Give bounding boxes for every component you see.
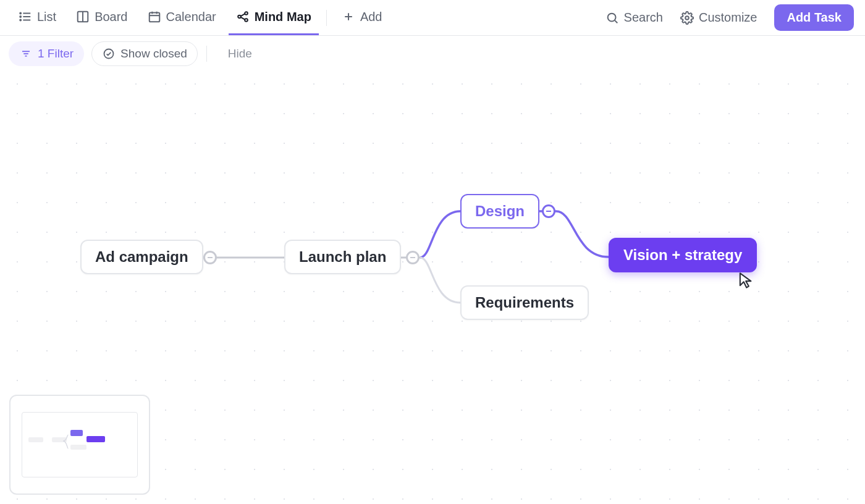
tab-label: Mind Map	[255, 10, 311, 24]
add-view-button[interactable]: Add	[334, 1, 390, 35]
node-label: Ad campaign	[95, 248, 188, 265]
add-task-label: Add Task	[787, 10, 842, 25]
expand-handle[interactable]	[203, 251, 217, 264]
svg-point-13	[245, 12, 248, 15]
tab-board[interactable]: Board	[69, 1, 135, 35]
calendar-icon	[148, 10, 161, 23]
svg-point-14	[245, 19, 248, 22]
board-icon	[76, 10, 90, 23]
mindmap-toolbar: 1 Filter Show closed Hide	[0, 36, 865, 72]
search-action[interactable]: Search	[599, 10, 669, 25]
filter-label: 1 Filter	[38, 47, 74, 61]
show-closed-label: Show closed	[120, 47, 187, 61]
show-closed-button[interactable]: Show closed	[91, 41, 198, 66]
node-design[interactable]: Design	[460, 194, 539, 229]
filter-button[interactable]: 1 Filter	[9, 41, 84, 66]
node-label: Requirements	[475, 294, 574, 311]
tab-calendar[interactable]: Calendar	[140, 1, 224, 35]
minimap[interactable]	[9, 395, 150, 495]
gear-icon	[680, 11, 694, 25]
svg-point-17	[607, 13, 615, 21]
hide-button[interactable]: Hide	[222, 47, 258, 61]
customize-action[interactable]: Customize	[674, 10, 763, 25]
svg-point-5	[20, 20, 21, 21]
node-vision-strategy[interactable]: Vision + strategy	[609, 238, 757, 272]
tab-label: Calendar	[166, 10, 216, 24]
expand-handle[interactable]	[542, 204, 555, 218]
divider	[206, 46, 207, 62]
hide-label: Hide	[228, 47, 252, 60]
svg-point-19	[685, 16, 689, 20]
filter-icon	[19, 47, 33, 61]
view-tabs-bar: List Board Calendar Mind Map Add Search	[0, 0, 865, 36]
minimap-viewport	[22, 412, 138, 477]
node-requirements[interactable]: Requirements	[460, 285, 589, 320]
tab-label: Board	[95, 10, 127, 24]
svg-point-3	[20, 13, 21, 14]
list-icon	[19, 10, 32, 23]
node-launch-plan[interactable]: Launch plan	[284, 240, 401, 274]
expand-handle[interactable]	[406, 251, 420, 264]
svg-line-18	[615, 20, 617, 23]
add-task-button[interactable]: Add Task	[774, 4, 854, 31]
node-label: Design	[475, 203, 525, 219]
svg-point-4	[20, 16, 21, 17]
plus-icon	[342, 10, 355, 23]
search-label: Search	[624, 10, 663, 25]
tab-mind-map[interactable]: Mind Map	[229, 1, 319, 35]
mind-map-icon	[236, 10, 250, 23]
tab-list[interactable]: List	[11, 1, 64, 35]
tab-label: List	[37, 10, 56, 24]
check-circle-icon	[102, 47, 116, 61]
node-label: Vision + strategy	[623, 246, 742, 263]
divider	[326, 10, 327, 26]
customize-label: Customize	[699, 10, 757, 25]
search-icon	[606, 11, 619, 25]
svg-point-12	[238, 15, 241, 19]
svg-rect-8	[149, 13, 159, 22]
node-label: Launch plan	[299, 248, 386, 265]
node-ad-campaign[interactable]: Ad campaign	[80, 240, 203, 274]
mindmap-canvas[interactable]: Ad campaign Launch plan Design Requireme…	[0, 72, 865, 504]
cursor-icon	[736, 272, 754, 289]
add-view-label: Add	[360, 10, 382, 24]
